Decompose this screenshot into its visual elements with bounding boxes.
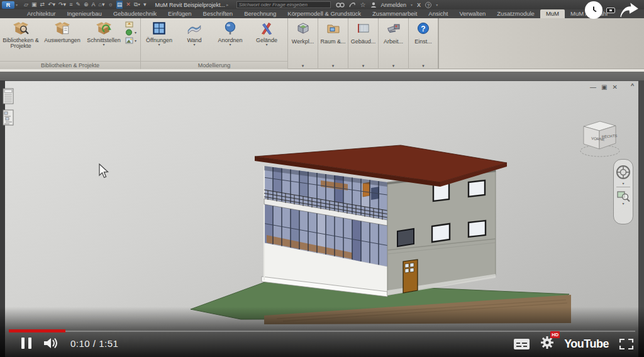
viewcube[interactable]: VORNE RECHTS	[575, 118, 625, 160]
sun-settings-icon[interactable]: ☼	[108, 1, 113, 9]
miniplayer-icon[interactable]	[606, 8, 615, 13]
panel1-label[interactable]: Bibliotheken & Projekte	[0, 61, 140, 69]
restore-view-icon[interactable]: ▣	[601, 84, 607, 91]
tab-mum[interactable]: MuM	[540, 9, 565, 18]
volume-icon[interactable]	[43, 337, 59, 349]
tab-zusammenarbeit[interactable]: Zusammenarbeit	[367, 9, 423, 18]
pause-button[interactable]	[21, 338, 31, 349]
text-tool-icon[interactable]: A	[91, 1, 95, 9]
anordnen-caret-icon: ▾	[229, 43, 231, 46]
zoom-region-icon[interactable]	[616, 189, 630, 202]
room-folder-icon	[325, 21, 341, 36]
default-3d-view-icon[interactable]: ⌂▾	[99, 1, 105, 9]
project-browser-icon[interactable]	[3, 109, 14, 126]
minimize-view-icon[interactable]: —	[590, 84, 596, 91]
sync-icon[interactable]: ⇄	[40, 1, 45, 9]
tab-verwalten[interactable]: Verwalten	[454, 9, 492, 18]
properties-palette-icon[interactable]	[3, 88, 14, 104]
tab-architektur[interactable]: Architektur	[21, 9, 61, 18]
wand-caret-icon: ▾	[193, 43, 195, 46]
print-icon[interactable]: ≡	[69, 1, 72, 9]
library-tool-1-button[interactable]	[125, 21, 136, 28]
svg-text:?: ?	[421, 25, 425, 33]
switch-windows-icon[interactable]: ⧉▾	[134, 1, 140, 9]
palette-icons	[3, 88, 14, 126]
tab-beschriften[interactable]: Beschriften	[197, 9, 239, 18]
tab-zusatzmodule[interactable]: Zusatzmodule	[491, 9, 540, 18]
favorites-star-icon[interactable]: ☆	[360, 1, 366, 8]
navigation-bar: ▾ ▾	[613, 159, 633, 224]
collapse-panel-icon[interactable]: ^	[631, 82, 634, 89]
settings-help-icon: ?	[416, 21, 431, 36]
search-binoculars-icon[interactable]	[336, 2, 345, 8]
help-caret-icon[interactable]: ▾	[436, 3, 438, 7]
tab-berechnung[interactable]: Berechnung	[238, 9, 282, 18]
progress-bar-track[interactable]	[9, 331, 635, 332]
wheel-caret-icon[interactable]: ▾	[622, 182, 624, 185]
raum-flyout-icon: ▾	[332, 63, 335, 69]
watch-later-button[interactable]	[585, 1, 602, 19]
tab-gebaeudetechnik[interactable]: Gebäudetechnik	[108, 9, 162, 18]
auswertungen-button[interactable]: Auswertungen	[42, 18, 83, 43]
fullscreen-icon[interactable]	[619, 338, 634, 350]
captions-icon[interactable]	[513, 338, 530, 350]
oeffnungen-button[interactable]: Öffnungen▾	[141, 18, 177, 46]
settings-gear-wrap: HD	[540, 336, 554, 352]
steering-wheel-icon[interactable]	[615, 163, 631, 182]
signin-caret-icon[interactable]: ▾	[411, 3, 413, 7]
redo-icon[interactable]: ↷▾	[58, 1, 66, 9]
tab-ingenieurbau[interactable]: Ingenieurbau	[61, 9, 107, 18]
tab-einfuegen[interactable]: Einfügen	[162, 9, 197, 18]
measure-icon[interactable]: ⊕	[84, 1, 89, 9]
thin-lines-icon[interactable]: ▤	[116, 1, 123, 9]
tab-ansicht[interactable]: Ansicht	[423, 9, 453, 18]
ribbon: Bibliotheken & Projekte Auswertungen	[0, 18, 644, 69]
application-menu-button[interactable]: R	[2, 1, 14, 9]
infocenter-icons: ☆ Anmelden ▾ X ? ▾	[336, 1, 438, 8]
wand-button[interactable]: Wand▾	[177, 18, 211, 46]
signin-person-icon[interactable]	[370, 2, 377, 8]
window-title: MuM Revit Beispielprojekt...	[155, 2, 226, 8]
panel2-label[interactable]: Modellierung	[141, 61, 287, 69]
green-circle-icon	[125, 29, 133, 36]
open-icon[interactable]: ▱	[24, 1, 28, 9]
save-icon[interactable]: ▣	[31, 1, 37, 9]
search-input[interactable]: Stichwort oder Frage eingeben	[236, 1, 331, 8]
player-controls-left: 0:10 / 1:51	[21, 337, 118, 349]
clock-icon	[588, 4, 599, 16]
bibliotheken-projekte-button[interactable]: Bibliotheken & Projekte	[0, 18, 42, 50]
anordnen-button[interactable]: Anordnen▾	[211, 18, 249, 46]
youtube-logo[interactable]: YouTube	[564, 338, 609, 351]
subscription-center-icon[interactable]	[349, 2, 356, 8]
schnittstellen-button[interactable]: Schnittstellen ▾	[83, 18, 125, 46]
close-view-icon[interactable]: ✕	[612, 84, 617, 91]
share-arrow-icon[interactable]	[619, 2, 639, 18]
customize-qat-icon[interactable]: ▾	[143, 1, 147, 9]
signin-label[interactable]: Anmelden	[381, 2, 407, 8]
exchange-apps-icon[interactable]: X	[417, 2, 421, 8]
ribbon-tab-row: Architektur Ingenieurbau Gebäudetechnik …	[0, 9, 644, 18]
app-menu-caret-icon[interactable]: ▾	[16, 3, 18, 7]
gelaende-button[interactable]: Gelände▾	[249, 18, 284, 46]
zoom-caret-icon[interactable]: ▾	[622, 202, 624, 206]
panel-einstellungen[interactable]: ? Einst... ▾	[409, 18, 439, 69]
panel-werkplaene[interactable]: Werkpl... ▾	[288, 18, 318, 69]
undo-icon[interactable]: ↶▾	[48, 1, 55, 9]
render-image-icon	[125, 37, 133, 44]
panel-raum[interactable]: Raum &... ▾	[318, 18, 348, 69]
tab-koerpermodell[interactable]: Körpermodell & Grundstück	[282, 9, 367, 18]
close-hidden-windows-icon[interactable]: ✕	[126, 1, 131, 9]
library-tool-2-button[interactable]: ▾	[125, 29, 136, 36]
library-small-buttons: ▾ ▾	[125, 18, 138, 44]
library-tool-3-button[interactable]: ▾	[125, 37, 136, 44]
panel-arbeitsvorbereitung[interactable]: Arbeit... ▾	[379, 18, 409, 69]
panel-bibliotheken-projekte: Bibliotheken & Projekte Auswertungen	[0, 18, 141, 69]
modify-pencil-icon[interactable]: ✎	[75, 1, 80, 9]
progress-played[interactable]	[9, 329, 65, 332]
panel-gebaeudetechnik[interactable]: Gebäud... ▾	[348, 18, 379, 69]
help-icon[interactable]: ?	[425, 2, 431, 8]
library-box-search-icon	[12, 20, 30, 36]
arrange-sphere-icon	[222, 20, 238, 36]
view-window-controls: — ▣ ✕	[590, 84, 618, 91]
schnittstellen-caret-icon: ▾	[103, 43, 104, 46]
